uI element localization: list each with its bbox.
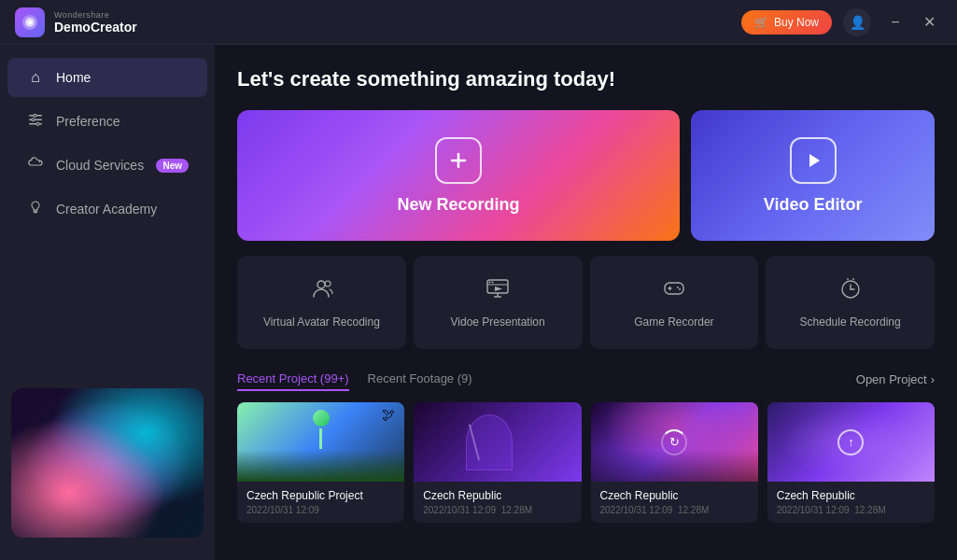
svg-point-29	[677, 287, 679, 288]
main-layout: ⌂ Home Preference	[0, 45, 957, 560]
hero-cards: New Recording Video Editor	[237, 110, 935, 241]
app-name: Wondershare DemoCreator	[54, 10, 137, 35]
game-recorder-card[interactable]: Game Recorder	[590, 256, 759, 349]
artwork-swirl	[11, 388, 204, 538]
open-project-label: Open Project	[856, 372, 927, 386]
project-name: Czech Republic Project	[246, 489, 395, 502]
loading-icon: ↻	[661, 429, 687, 455]
sidebar-item-label: Home	[56, 70, 189, 85]
project-size: 12.28M	[854, 505, 885, 515]
cart-icon: 🛒	[754, 16, 768, 29]
titlebar: Wondershare DemoCreator 🛒 Buy Now 👤 − ✕	[0, 0, 957, 45]
feature-cards: Virtual Avatar Recoding Vidoe Presentati	[237, 256, 935, 349]
project-name: Czech Republic	[777, 489, 925, 502]
chevron-right-icon: ›	[931, 372, 935, 386]
creator-icon	[26, 200, 45, 218]
minimize-button[interactable]: −	[882, 9, 908, 35]
sidebar-item-label: Cloud Services	[56, 158, 145, 173]
tab-recent-footage[interactable]: Recent Footage (9)	[368, 368, 472, 391]
virtual-avatar-label: Virtual Avatar Recoding	[263, 315, 380, 329]
svg-point-2	[28, 20, 33, 24]
sidebar: ⌂ Home Preference	[0, 45, 215, 560]
close-button[interactable]: ✕	[916, 9, 942, 35]
user-account-button[interactable]: 👤	[843, 8, 871, 36]
project-size: 12.28M	[678, 505, 709, 515]
app-logo	[15, 7, 45, 37]
svg-rect-26	[665, 283, 683, 294]
video-editor-card[interactable]: Video Editor	[691, 110, 935, 241]
svg-rect-4	[36, 115, 42, 117]
svg-marker-25	[495, 287, 502, 291]
svg-rect-12	[34, 211, 38, 212]
svg-point-22	[492, 282, 494, 284]
project-card[interactable]: ↻ Czech Republic 2022/10/31 12:09 12.28M	[591, 402, 758, 523]
svg-rect-13	[34, 212, 37, 213]
svg-point-18	[325, 281, 331, 287]
video-editor-icon	[790, 137, 837, 184]
svg-point-30	[679, 288, 681, 290]
app-branding: Wondershare DemoCreator	[15, 7, 137, 37]
project-date: 2022/10/31 12:09	[246, 505, 395, 515]
user-icon: 👤	[850, 15, 866, 30]
project-card[interactable]: ↑ Czech Republic 2022/10/31 12:09 12.28M	[767, 402, 935, 523]
svg-point-21	[489, 282, 491, 284]
schedule-recording-label: Schedule Recording	[800, 315, 901, 329]
project-thumbnail: 🕊	[237, 402, 404, 482]
project-thumbnail: ↑	[767, 402, 935, 482]
project-name: Czech Republic	[600, 489, 749, 502]
upload-icon: ↑	[837, 429, 864, 455]
project-thumbnail: ↻	[591, 402, 758, 482]
svg-point-5	[34, 114, 36, 117]
game-recorder-icon	[662, 276, 686, 306]
svg-point-8	[32, 119, 35, 121]
project-info: Czech Republic 2022/10/31 12:09 12.28M	[591, 482, 758, 523]
sidebar-item-label: Creator Academy	[56, 202, 189, 217]
page-title: Let's create something amazing today!	[237, 67, 935, 91]
recent-tabs: Recent Project (99+) Recent Footage (9)	[237, 368, 491, 391]
sidebar-item-label: Preference	[56, 114, 189, 129]
project-meta: 2022/10/31 12:09 12.28M	[600, 505, 749, 515]
project-info: Czech Republic 2022/10/31 12:09 12.28M	[767, 482, 935, 523]
game-recorder-label: Game Recorder	[634, 315, 713, 329]
project-grid: 🕊 Czech Republic Project 2022/10/31 12:0…	[237, 402, 935, 523]
schedule-recording-card[interactable]: Schedule Recording	[766, 256, 935, 349]
main-content: Let's create something amazing today! Ne…	[215, 45, 957, 560]
sidebar-artwork	[11, 388, 204, 538]
project-info: Czech Republic Project 2022/10/31 12:09	[237, 482, 404, 523]
project-date: 2022/10/31 12:09	[777, 505, 850, 515]
schedule-recording-icon	[838, 276, 863, 306]
video-editor-label: Video Editor	[764, 195, 863, 215]
open-project-button[interactable]: Open Project ›	[856, 372, 935, 386]
video-presentation-icon	[486, 276, 510, 306]
sidebar-item-creator[interactable]: Creator Academy	[7, 189, 207, 230]
home-icon: ⌂	[26, 69, 45, 86]
project-thumbnail	[414, 402, 581, 482]
project-card[interactable]: Czech Republic 2022/10/31 12:09 12.28M	[414, 402, 581, 523]
project-name: Czech Republic	[423, 489, 571, 502]
virtual-avatar-card[interactable]: Virtual Avatar Recoding	[237, 256, 406, 349]
cloud-icon	[26, 157, 45, 174]
project-card[interactable]: 🕊 Czech Republic Project 2022/10/31 12:0…	[237, 402, 404, 523]
svg-rect-7	[35, 119, 42, 121]
project-meta: 2022/10/31 12:09 12.28M	[423, 505, 571, 515]
buy-now-button[interactable]: 🛒 Buy Now	[741, 10, 832, 35]
sidebar-item-preference[interactable]: Preference	[7, 101, 207, 142]
buy-now-label: Buy Now	[774, 16, 819, 29]
brand-top: Wondershare	[54, 10, 137, 20]
video-presentation-card[interactable]: Vidoe Presentation	[414, 256, 583, 349]
new-recording-icon	[435, 137, 482, 184]
project-meta: 2022/10/31 12:09 12.28M	[777, 505, 925, 515]
preference-icon	[26, 112, 45, 131]
sidebar-item-cloud[interactable]: Cloud Services New	[7, 146, 207, 185]
new-badge: New	[156, 159, 189, 173]
recent-header: Recent Project (99+) Recent Footage (9) …	[237, 368, 935, 391]
virtual-avatar-icon	[309, 276, 333, 306]
video-presentation-label: Vidoe Presentation	[451, 315, 545, 329]
svg-marker-16	[809, 154, 820, 167]
project-info: Czech Republic 2022/10/31 12:09 12.28M	[414, 482, 581, 523]
tab-recent-project[interactable]: Recent Project (99+)	[237, 368, 349, 391]
titlebar-controls: 🛒 Buy Now 👤 − ✕	[741, 8, 942, 36]
brand-bottom: DemoCreator	[54, 20, 137, 35]
sidebar-item-home[interactable]: ⌂ Home	[7, 58, 207, 97]
new-recording-card[interactable]: New Recording	[237, 110, 680, 241]
